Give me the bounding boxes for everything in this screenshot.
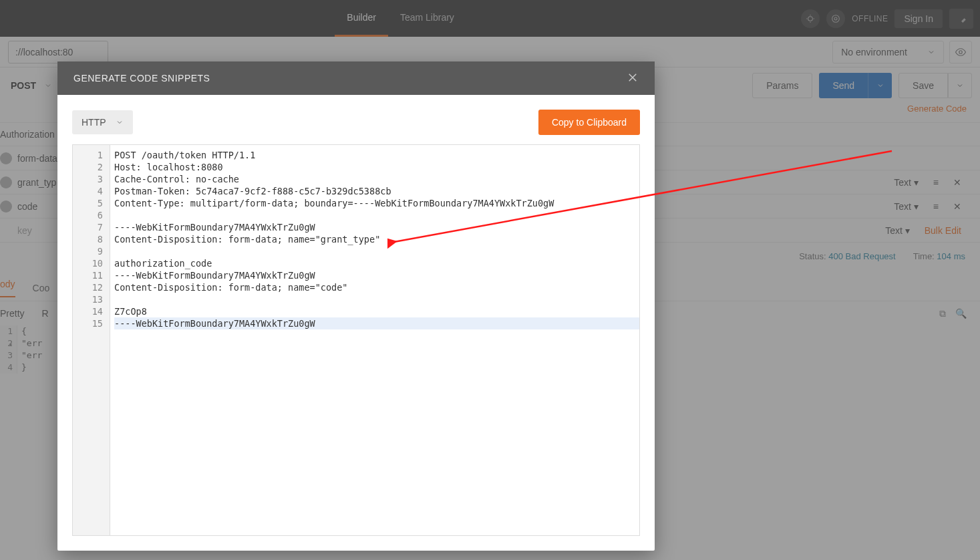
code-line [114, 209, 639, 221]
code-line: authorization_code [114, 257, 639, 269]
code-line: Host: localhost:8080 [114, 161, 639, 173]
code-line [114, 293, 639, 305]
code-line: ----WebKitFormBoundary7MA4YWxkTrZu0gW [114, 317, 639, 329]
code-gutter: 12345678 9101112131415 [73, 145, 110, 535]
code-line [114, 245, 639, 257]
code-line: Content-Type: multipart/form-data; bound… [114, 197, 639, 209]
code-line: Content-Disposition: form-data; name="co… [114, 281, 639, 293]
code-line: Cache-Control: no-cache [114, 173, 639, 185]
close-icon[interactable] [627, 72, 639, 86]
code-line: Postman-Token: 5c74aca7-9cf2-f888-c5c7-b… [114, 185, 639, 197]
copy-to-clipboard-button[interactable]: Copy to Clipboard [538, 110, 640, 135]
modal-header: GENERATE CODE SNIPPETS [57, 61, 655, 95]
language-select[interactable]: HTTP [72, 110, 133, 134]
modal-toolbar: HTTP Copy to Clipboard [72, 110, 640, 135]
modal-body: HTTP Copy to Clipboard 12345678 91011121… [57, 95, 655, 551]
chevron-down-icon [116, 118, 124, 126]
code-lines: POST /oauth/token HTTP/1.1 Host: localho… [110, 145, 639, 535]
code-line: POST /oauth/token HTTP/1.1 [114, 149, 639, 161]
code-line: ----WebKitFormBoundary7MA4YWxkTrZu0gW [114, 269, 639, 281]
code-line: ----WebKitFormBoundary7MA4YWxkTrZu0gW [114, 221, 639, 233]
code-line: Content-Disposition: form-data; name="gr… [114, 233, 639, 245]
code-line: Z7cOp8 [114, 305, 639, 317]
language-select-label: HTTP [81, 117, 106, 128]
modal-title: GENERATE CODE SNIPPETS [73, 73, 210, 84]
generate-code-modal: GENERATE CODE SNIPPETS HTTP Copy to Clip… [57, 61, 655, 551]
code-snippet-box[interactable]: 12345678 9101112131415 POST /oauth/token… [72, 144, 640, 536]
